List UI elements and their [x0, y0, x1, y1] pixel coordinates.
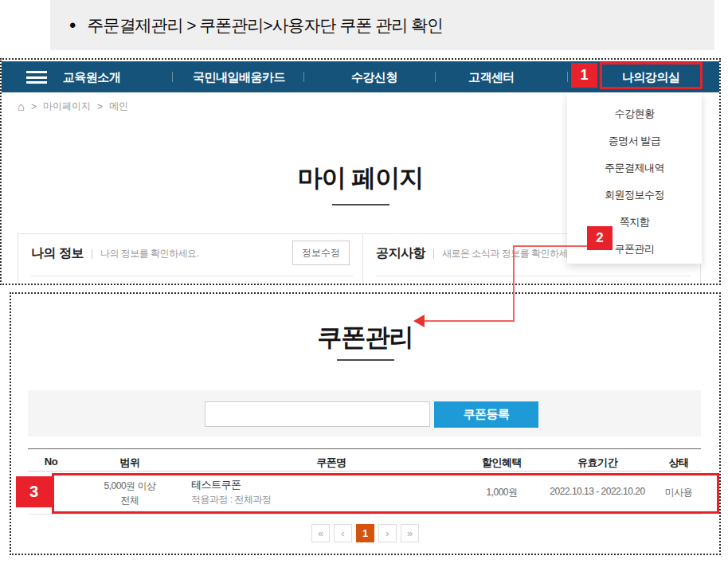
coupon-code-input[interactable] [205, 401, 430, 427]
nav-separator [435, 72, 436, 82]
notice-heading: 공지사항 [376, 245, 425, 262]
nav-item-support[interactable]: 고객센터 [468, 61, 515, 92]
pagination-last-button[interactable]: » [401, 524, 419, 542]
screenshot-frame-coupon: 쿠폰관리 쿠폰등록 No 범위 쿠폰명 할인혜택 유효기간 상태 5,000원 … [10, 292, 721, 555]
dropdown-item-certificate[interactable]: 증명서 발급 [609, 127, 661, 155]
dropdown-item-message-box[interactable]: 쪽지함 [620, 209, 650, 236]
screenshot-frame-top: 교육원소개 국민내일배움카드 수강신청 고객센터 나의강의실 1 ⌂ > 마이페… [0, 58, 721, 285]
heading-divider [92, 249, 92, 259]
breadcrumb-separator: > [97, 101, 103, 112]
page: • 주문결제관리 > 쿠폰관리>사용자단 쿠폰 관리 확인 교육원소개 국민내일… [0, 0, 728, 587]
pagination-next-button[interactable]: › [378, 524, 397, 542]
cell-scope-line2: 전체 [121, 494, 139, 507]
heading-divider [433, 249, 434, 259]
cell-coupon-name-sub: 적용과정 : 전체과정 [191, 493, 272, 507]
breadcrumb-item-main: 메인 [109, 100, 128, 113]
column-header-status: 상태 [669, 456, 689, 470]
column-header-no: No [45, 456, 57, 468]
breadcrumb: ⌂ > 마이페이지 > 메인 [18, 100, 128, 113]
title-underline [337, 359, 394, 361]
edit-info-button[interactable]: 정보수정 [292, 241, 350, 265]
step-badge-2: 2 [587, 226, 613, 250]
main-nav: 교육원소개 국민내일배움카드 수강신청 고객센터 나의강의실 [2, 61, 719, 92]
notice-desc: 새로온 소식과 정보를 확인하세요. [442, 247, 579, 260]
bullet-icon: • [69, 16, 76, 35]
home-icon[interactable]: ⌂ [18, 100, 25, 112]
nav-item-enroll[interactable]: 수강신청 [351, 61, 397, 92]
coupon-search-panel: 쿠폰등록 [28, 390, 701, 436]
table-row-border [28, 514, 701, 515]
column-header-scope: 범위 [120, 456, 140, 470]
step-badge-1: 1 [571, 63, 597, 88]
table-top-border [28, 448, 701, 449]
nav-separator [172, 72, 173, 82]
arrow-left-icon [413, 315, 425, 327]
cell-scope-line1: 5,000원 이상 [104, 479, 156, 493]
menu-icon[interactable] [26, 71, 47, 84]
column-header-validity: 유효기간 [577, 456, 617, 470]
pagination: « ‹ 1 › » [11, 524, 719, 542]
nav-separator [303, 72, 304, 82]
nav-item-myclassroom[interactable]: 나의강의실 [622, 61, 680, 92]
nav-item-about[interactable]: 교육원소개 [63, 61, 121, 92]
my-info-box: 나의 정보 나의 정보를 확인하세요. 정보수정 [18, 234, 363, 285]
column-header-coupon-name: 쿠폰명 [316, 456, 346, 470]
dropdown-item-coupon-management[interactable]: 쿠폰관리 [615, 236, 655, 263]
cell-status: 미사용 [665, 486, 693, 499]
nav-item-card[interactable]: 국민내일배움카드 [193, 61, 285, 92]
connector-line [424, 320, 515, 322]
nav-separator [567, 72, 568, 82]
instruction-text: 주문결제관리 > 쿠폰관리>사용자단 쿠폰 관리 확인 [87, 14, 443, 37]
instruction-banner: • 주문결제관리 > 쿠폰관리>사용자단 쿠폰 관리 확인 [50, 0, 714, 50]
dropdown-item-order-history[interactable]: 주문결제내역 [605, 155, 664, 182]
connector-line [513, 245, 515, 321]
step-badge-3: 3 [16, 476, 52, 507]
coupon-register-button[interactable]: 쿠폰등록 [434, 401, 538, 428]
cell-coupon-name: 테스트쿠폰 [191, 478, 241, 492]
dropdown-item-member-info[interactable]: 회원정보수정 [605, 182, 664, 209]
table-header-border [28, 471, 701, 472]
divider-line [31, 276, 353, 276]
cell-validity-period: 2022.10.13 - 2022.10.20 [550, 486, 644, 497]
breadcrumb-separator: > [31, 101, 37, 112]
connector-line [514, 245, 587, 247]
breadcrumb-item-mypage[interactable]: 마이페이지 [43, 100, 91, 113]
pagination-page-1-button[interactable]: 1 [356, 524, 374, 542]
divider-line [376, 276, 691, 276]
pagination-first-button[interactable]: « [311, 524, 330, 542]
title-underline [332, 204, 389, 205]
my-info-heading: 나의 정보 [31, 245, 84, 262]
dropdown-item-course-status[interactable]: 수강현황 [615, 100, 655, 127]
coupon-section-title: 쿠폰관리 [11, 321, 719, 354]
my-info-desc: 나의 정보를 확인하세요. [100, 247, 199, 260]
column-header-discount: 할인혜택 [482, 456, 522, 470]
pagination-prev-button[interactable]: ‹ [334, 524, 352, 542]
cell-discount: 1,000원 [486, 486, 517, 499]
